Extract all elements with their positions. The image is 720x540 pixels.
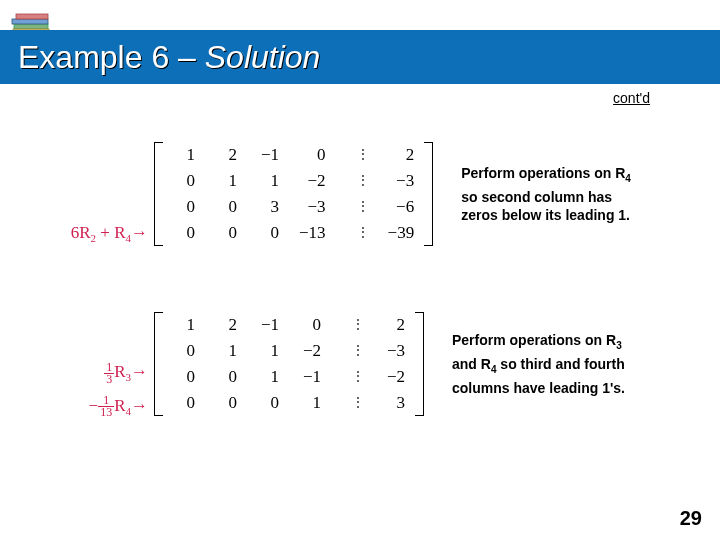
slide-title: Example 6 – Solution <box>18 39 320 76</box>
matrix-1: 12−10⋮2 011−2⋮−3 003−3⋮−6 000−13⋮−39 <box>154 142 433 246</box>
note-2: Perform operations on R3 and R4 so third… <box>452 331 627 397</box>
step-block-2: 13R3→ −113R4→ 12−10⋮2 011−2⋮−3 001−1⋮−2 … <box>60 302 680 425</box>
note-1: Perform operations on R4 so second colum… <box>461 164 636 224</box>
row-ops-2: 13R3→ −113R4→ <box>60 302 148 425</box>
svg-rect-0 <box>14 24 48 29</box>
svg-rect-1 <box>12 19 48 24</box>
page-number: 29 <box>680 507 702 530</box>
step-block-1: 6R2 + R4→ 12−10⋮2 011−2⋮−3 003−3⋮−6 000−… <box>60 135 680 252</box>
svg-rect-2 <box>16 14 48 19</box>
row-ops-1: 6R2 + R4→ <box>60 135 148 252</box>
title-bar: Example 6 – Solution <box>0 30 720 84</box>
matrix-2: 12−10⋮2 011−2⋮−3 001−1⋮−2 0001⋮3 <box>154 312 424 416</box>
continued-label: cont'd <box>613 90 650 106</box>
title-prefix: Example 6 – <box>18 39 205 75</box>
title-suffix: Solution <box>205 39 321 75</box>
slide-body: 6R2 + R4→ 12−10⋮2 011−2⋮−3 003−3⋮−6 000−… <box>60 135 680 475</box>
